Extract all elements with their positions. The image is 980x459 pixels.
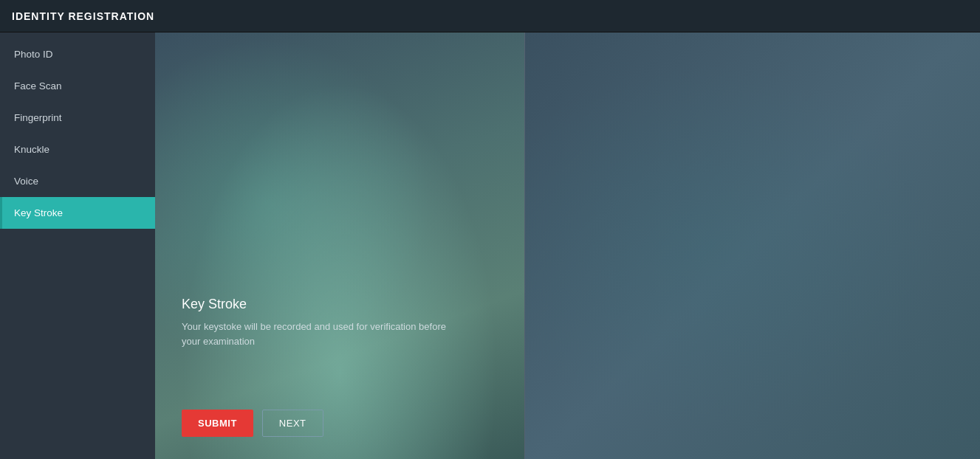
sidebar-item-key-stroke[interactable]: Key Stroke — [0, 197, 155, 229]
main-content: Photo ID Face Scan Fingerprint Knuckle V… — [0, 32, 980, 459]
section-title: Key Stroke — [182, 297, 462, 312]
submit-button[interactable]: SUBMIT — [182, 410, 253, 437]
right-panel — [524, 32, 980, 459]
button-area: SUBMIT NEXT — [182, 410, 323, 437]
sidebar-item-fingerprint[interactable]: Fingerprint — [0, 102, 155, 134]
app-title: IDENTITY REGISTRATION — [12, 10, 154, 22]
sidebar: Photo ID Face Scan Fingerprint Knuckle V… — [0, 32, 155, 459]
app-container: IDENTITY REGISTRATION Photo ID Face Scan… — [0, 0, 980, 459]
sidebar-item-knuckle[interactable]: Knuckle — [0, 134, 155, 165]
left-panel — [155, 32, 524, 459]
panel-divider — [524, 32, 525, 459]
sidebar-item-voice[interactable]: Voice — [0, 165, 155, 197]
header: IDENTITY REGISTRATION — [0, 0, 980, 32]
content-area: Key Stroke Your keystoke will be recorde… — [155, 32, 980, 459]
section-description: Your keystoke will be recorded and used … — [182, 320, 462, 348]
sidebar-item-face-scan[interactable]: Face Scan — [0, 70, 155, 102]
content-text: Key Stroke Your keystoke will be recorde… — [182, 297, 462, 348]
sidebar-item-photo-id[interactable]: Photo ID — [0, 38, 155, 70]
next-button[interactable]: NEXT — [262, 410, 323, 437]
